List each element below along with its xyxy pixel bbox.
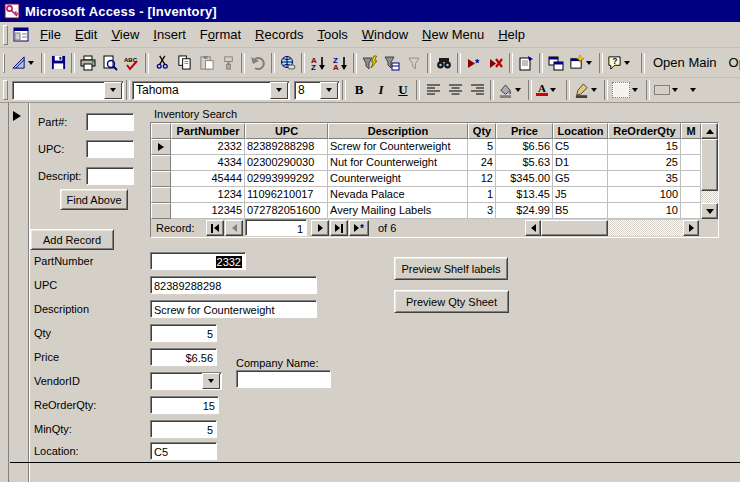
cell-location[interactable]: J5 xyxy=(553,187,608,203)
column-header-price[interactable]: Price xyxy=(496,123,553,139)
toolbar-grip[interactable] xyxy=(3,53,5,73)
record-selector-bar[interactable] xyxy=(10,103,29,482)
column-header-m[interactable]: M xyxy=(681,123,701,139)
cell-m[interactable] xyxy=(681,203,701,219)
column-header-location[interactable]: Location xyxy=(553,123,608,139)
price-input[interactable]: $6.56 xyxy=(150,348,217,366)
vendorid-dropdown-icon[interactable] xyxy=(202,373,220,389)
undo-button[interactable] xyxy=(247,52,269,74)
minqty-input[interactable]: 5 xyxy=(150,420,217,438)
cell-qty[interactable]: 12 xyxy=(468,171,496,187)
design-view-button[interactable] xyxy=(9,52,39,74)
company-name-input[interactable] xyxy=(236,370,331,388)
cell-reorderqty[interactable]: 10 xyxy=(608,203,681,219)
cell-partnumber[interactable]: 2332 xyxy=(171,139,245,155)
print-preview-button[interactable] xyxy=(99,52,121,74)
apply-filter-button[interactable] xyxy=(403,52,425,74)
cell-m[interactable] xyxy=(681,139,701,155)
last-record-button[interactable] xyxy=(330,220,348,236)
cell-qty[interactable]: 24 xyxy=(468,155,496,171)
align-left-button[interactable] xyxy=(422,79,444,101)
cell-m[interactable] xyxy=(681,187,701,203)
object-selector-combo[interactable] xyxy=(12,81,124,100)
help-button[interactable]: ? xyxy=(605,52,635,74)
menu-edit[interactable]: Edit xyxy=(68,24,104,45)
menu-tools[interactable]: Tools xyxy=(310,24,354,45)
menu-file[interactable]: File xyxy=(33,24,68,45)
new-object-button[interactable] xyxy=(567,52,597,74)
find-upc-input[interactable] xyxy=(86,140,134,158)
cell-reorderqty[interactable]: 100 xyxy=(608,187,681,203)
hscroll-thumb[interactable] xyxy=(541,220,608,236)
hscroll-right-icon[interactable] xyxy=(683,220,699,236)
open-partial-button[interactable]: Op xyxy=(723,53,740,72)
cell-upc[interactable]: 02300290030 xyxy=(245,155,328,171)
menu-records[interactable]: Records xyxy=(248,24,310,45)
cell-upc[interactable]: 02993999292 xyxy=(245,171,328,187)
cell-partnumber[interactable]: 45444 xyxy=(171,171,245,187)
cell-m[interactable] xyxy=(681,155,701,171)
cell-description[interactable]: Avery Mailing Labels xyxy=(328,203,468,219)
find-part-input[interactable] xyxy=(86,113,134,131)
paste-button[interactable] xyxy=(195,52,217,74)
hscroll-left-icon[interactable] xyxy=(525,220,541,236)
partnumber-input[interactable]: 2332 xyxy=(150,252,246,270)
title-bar[interactable]: Microsoft Access - [Inventory] xyxy=(0,0,740,22)
filter-by-form-button[interactable] xyxy=(381,52,403,74)
menu-format[interactable]: Format xyxy=(193,24,248,45)
cell-partnumber[interactable]: 12345 xyxy=(171,203,245,219)
save-button[interactable] xyxy=(47,52,69,74)
find-button[interactable] xyxy=(433,52,455,74)
cell-description[interactable]: Screw for Counterweight xyxy=(328,139,468,155)
menubar-grip[interactable] xyxy=(3,25,8,45)
column-header-partnumber[interactable]: PartNumber xyxy=(171,123,245,139)
fill-color-button[interactable] xyxy=(496,79,526,101)
toolbar-options-icon[interactable] xyxy=(690,88,696,92)
insert-hyperlink-button[interactable] xyxy=(277,52,299,74)
row-selector[interactable] xyxy=(151,155,171,171)
table-row[interactable]: 433402300290030Nut for Counterweight24$5… xyxy=(151,155,718,171)
cell-location[interactable]: C5 xyxy=(553,139,608,155)
align-center-button[interactable] xyxy=(444,79,466,101)
menu-help[interactable]: Help xyxy=(491,24,532,45)
row-selector[interactable] xyxy=(151,203,171,219)
cell-reorderqty[interactable]: 15 xyxy=(608,139,681,155)
preview-shelf-labels-button[interactable]: Preview Shelf labels xyxy=(394,257,508,280)
special-effect-button[interactable] xyxy=(652,79,688,101)
cell-m[interactable] xyxy=(681,171,701,187)
cell-description[interactable]: Counterweight xyxy=(328,171,468,187)
underline-button[interactable]: U xyxy=(392,79,414,101)
form-system-icon[interactable] xyxy=(13,27,29,42)
table-row[interactable]: 4544402993999292Counterweight12$345.00G5… xyxy=(151,171,718,187)
database-window-button[interactable] xyxy=(545,52,567,74)
cell-partnumber[interactable]: 4334 xyxy=(171,155,245,171)
qty-input[interactable]: 5 xyxy=(150,324,217,342)
table-row[interactable]: 233282389288298Screw for Counterweight5$… xyxy=(151,139,718,155)
cell-location[interactable]: D1 xyxy=(553,155,608,171)
font-color-button[interactable]: A xyxy=(534,79,564,101)
cell-qty[interactable]: 5 xyxy=(468,139,496,155)
cell-upc[interactable]: 11096210017 xyxy=(245,187,328,203)
menu-new-menu[interactable]: New Menu xyxy=(415,24,491,45)
cell-qty[interactable]: 3 xyxy=(468,203,496,219)
preview-qty-sheet-button[interactable]: Preview Qty Sheet xyxy=(394,290,509,313)
menu-insert[interactable]: Insert xyxy=(146,24,193,45)
cell-reorderqty[interactable]: 25 xyxy=(608,155,681,171)
table-row[interactable]: 12345072782051600Avery Mailing Labels3$2… xyxy=(151,203,718,219)
cell-reorderqty[interactable]: 35 xyxy=(608,171,681,187)
first-record-button[interactable] xyxy=(206,220,224,236)
find-above-button[interactable]: Find Above xyxy=(60,189,128,210)
select-all-cell[interactable] xyxy=(151,123,171,139)
find-desc-input[interactable] xyxy=(86,167,134,185)
align-right-button[interactable] xyxy=(466,79,488,101)
copy-button[interactable] xyxy=(173,52,195,74)
italic-button[interactable]: I xyxy=(370,79,392,101)
column-header-upc[interactable]: UPC xyxy=(245,123,328,139)
next-record-button[interactable] xyxy=(311,220,329,236)
cell-upc[interactable]: 072782051600 xyxy=(245,203,328,219)
font-name-combo[interactable]: Tahoma xyxy=(132,81,290,100)
reorderqty-input[interactable]: 15 xyxy=(150,396,219,414)
sort-descending-button[interactable]: ZA xyxy=(329,52,351,74)
row-selector[interactable] xyxy=(151,139,171,155)
cell-price[interactable]: $5.63 xyxy=(496,155,553,171)
